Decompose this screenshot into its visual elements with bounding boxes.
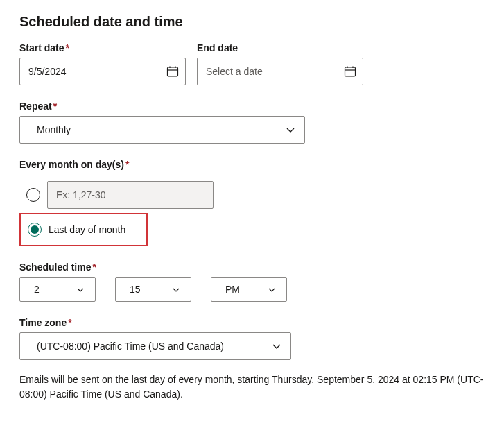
repeat-field: Repeat* Monthly bbox=[19, 101, 485, 144]
radio-selected-dot bbox=[31, 225, 39, 234]
required-asterisk: * bbox=[125, 159, 129, 170]
timezone-select-wrap: (UTC-08:00) Pacific Time (US and Canada) bbox=[19, 332, 291, 360]
required-asterisk: * bbox=[68, 317, 71, 328]
day-pattern-radio-group: Last day of month bbox=[19, 177, 485, 246]
repeat-select[interactable]: Monthly bbox=[19, 116, 305, 144]
scheduled-time-label: Scheduled time* bbox=[19, 262, 485, 273]
minute-select-wrap: 15 bbox=[115, 277, 191, 302]
required-asterisk: * bbox=[66, 42, 69, 53]
minute-select[interactable]: 15 bbox=[115, 277, 191, 302]
end-date-input-wrap bbox=[197, 58, 363, 85]
timezone-select[interactable]: (UTC-08:00) Pacific Time (US and Canada) bbox=[19, 332, 291, 360]
timezone-label: Time zone* bbox=[19, 317, 485, 328]
hour-select-wrap: 2 bbox=[19, 277, 96, 302]
last-day-highlighted: Last day of month bbox=[19, 213, 148, 246]
repeat-select-wrap: Monthly bbox=[19, 116, 305, 144]
last-day-radio-label[interactable]: Last day of month bbox=[49, 224, 125, 235]
scheduled-time-field: Scheduled time* 2 15 PM bbox=[19, 262, 485, 302]
timezone-field: Time zone* (UTC-08:00) Pacific Time (US … bbox=[19, 317, 485, 360]
ampm-select[interactable]: PM bbox=[211, 277, 287, 302]
day-pattern-label: Every month on day(s)* bbox=[19, 159, 485, 170]
last-day-radio[interactable] bbox=[28, 223, 42, 237]
specific-days-input[interactable] bbox=[47, 181, 214, 209]
hour-select[interactable]: 2 bbox=[19, 277, 96, 302]
section-title: Scheduled date and time bbox=[19, 14, 485, 30]
repeat-label: Repeat* bbox=[19, 101, 485, 112]
start-date-input-wrap bbox=[19, 58, 186, 85]
specific-days-radio[interactable] bbox=[26, 188, 40, 202]
start-date-field: Start date* bbox=[19, 42, 186, 85]
end-date-label: End date bbox=[197, 42, 363, 53]
specific-days-radio-row bbox=[19, 177, 485, 213]
schedule-summary: Emails will be sent on the last day of e… bbox=[19, 373, 485, 402]
required-asterisk: * bbox=[92, 262, 96, 273]
time-row: 2 15 PM bbox=[19, 277, 485, 302]
required-asterisk: * bbox=[53, 101, 57, 112]
end-date-field: End date bbox=[197, 42, 363, 85]
ampm-select-wrap: PM bbox=[211, 277, 287, 302]
day-pattern-field: Every month on day(s)* Last day of month bbox=[19, 159, 485, 246]
start-date-input[interactable] bbox=[19, 58, 186, 85]
start-date-label: Start date* bbox=[19, 42, 186, 53]
end-date-input[interactable] bbox=[197, 58, 363, 85]
